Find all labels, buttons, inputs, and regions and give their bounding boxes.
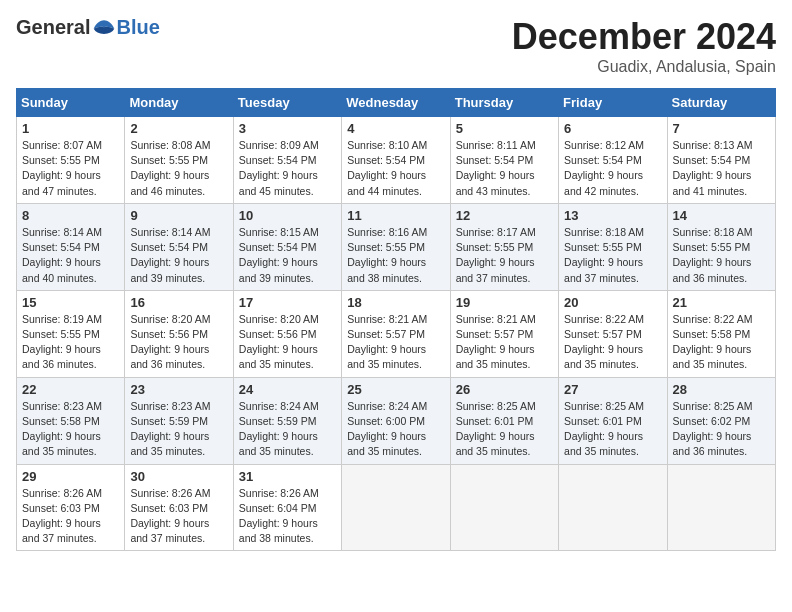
logo-bird-icon <box>92 18 116 38</box>
day-info: Sunrise: 8:17 AMSunset: 5:55 PMDaylight:… <box>456 225 553 286</box>
calendar-cell: 21Sunrise: 8:22 AMSunset: 5:58 PMDayligh… <box>667 290 775 377</box>
day-info: Sunrise: 8:20 AMSunset: 5:56 PMDaylight:… <box>130 312 227 373</box>
calendar-cell: 24Sunrise: 8:24 AMSunset: 5:59 PMDayligh… <box>233 377 341 464</box>
calendar-cell: 23Sunrise: 8:23 AMSunset: 5:59 PMDayligh… <box>125 377 233 464</box>
day-number: 14 <box>673 208 770 223</box>
day-number: 16 <box>130 295 227 310</box>
day-number: 18 <box>347 295 444 310</box>
calendar-cell: 22Sunrise: 8:23 AMSunset: 5:58 PMDayligh… <box>17 377 125 464</box>
day-info: Sunrise: 8:23 AMSunset: 5:58 PMDaylight:… <box>22 399 119 460</box>
day-number: 23 <box>130 382 227 397</box>
calendar-cell: 7Sunrise: 8:13 AMSunset: 5:54 PMDaylight… <box>667 117 775 204</box>
logo-blue-text: Blue <box>116 16 159 39</box>
day-number: 15 <box>22 295 119 310</box>
day-info: Sunrise: 8:16 AMSunset: 5:55 PMDaylight:… <box>347 225 444 286</box>
logo: General Blue <box>16 16 160 39</box>
day-info: Sunrise: 8:10 AMSunset: 5:54 PMDaylight:… <box>347 138 444 199</box>
calendar-cell: 30Sunrise: 8:26 AMSunset: 6:03 PMDayligh… <box>125 464 233 551</box>
calendar-week-row: 1Sunrise: 8:07 AMSunset: 5:55 PMDaylight… <box>17 117 776 204</box>
day-info: Sunrise: 8:13 AMSunset: 5:54 PMDaylight:… <box>673 138 770 199</box>
day-number: 28 <box>673 382 770 397</box>
calendar-cell: 10Sunrise: 8:15 AMSunset: 5:54 PMDayligh… <box>233 203 341 290</box>
calendar-cell: 28Sunrise: 8:25 AMSunset: 6:02 PMDayligh… <box>667 377 775 464</box>
calendar-col-sunday: Sunday <box>17 89 125 117</box>
calendar-cell <box>667 464 775 551</box>
day-info: Sunrise: 8:22 AMSunset: 5:57 PMDaylight:… <box>564 312 661 373</box>
day-info: Sunrise: 8:21 AMSunset: 5:57 PMDaylight:… <box>347 312 444 373</box>
day-number: 13 <box>564 208 661 223</box>
calendar-cell: 8Sunrise: 8:14 AMSunset: 5:54 PMDaylight… <box>17 203 125 290</box>
day-info: Sunrise: 8:24 AMSunset: 5:59 PMDaylight:… <box>239 399 336 460</box>
calendar-cell: 19Sunrise: 8:21 AMSunset: 5:57 PMDayligh… <box>450 290 558 377</box>
day-info: Sunrise: 8:25 AMSunset: 6:01 PMDaylight:… <box>564 399 661 460</box>
calendar-cell: 27Sunrise: 8:25 AMSunset: 6:01 PMDayligh… <box>559 377 667 464</box>
day-number: 30 <box>130 469 227 484</box>
calendar-cell: 5Sunrise: 8:11 AMSunset: 5:54 PMDaylight… <box>450 117 558 204</box>
calendar-col-saturday: Saturday <box>667 89 775 117</box>
calendar-cell: 1Sunrise: 8:07 AMSunset: 5:55 PMDaylight… <box>17 117 125 204</box>
calendar-cell: 2Sunrise: 8:08 AMSunset: 5:55 PMDaylight… <box>125 117 233 204</box>
day-number: 31 <box>239 469 336 484</box>
day-info: Sunrise: 8:21 AMSunset: 5:57 PMDaylight:… <box>456 312 553 373</box>
day-number: 8 <box>22 208 119 223</box>
day-info: Sunrise: 8:09 AMSunset: 5:54 PMDaylight:… <box>239 138 336 199</box>
calendar-cell: 18Sunrise: 8:21 AMSunset: 5:57 PMDayligh… <box>342 290 450 377</box>
day-number: 1 <box>22 121 119 136</box>
day-info: Sunrise: 8:19 AMSunset: 5:55 PMDaylight:… <box>22 312 119 373</box>
calendar-cell: 9Sunrise: 8:14 AMSunset: 5:54 PMDaylight… <box>125 203 233 290</box>
calendar-cell: 6Sunrise: 8:12 AMSunset: 5:54 PMDaylight… <box>559 117 667 204</box>
day-info: Sunrise: 8:18 AMSunset: 5:55 PMDaylight:… <box>564 225 661 286</box>
calendar-cell: 3Sunrise: 8:09 AMSunset: 5:54 PMDaylight… <box>233 117 341 204</box>
calendar-table: SundayMondayTuesdayWednesdayThursdayFrid… <box>16 88 776 551</box>
day-number: 3 <box>239 121 336 136</box>
calendar-cell: 11Sunrise: 8:16 AMSunset: 5:55 PMDayligh… <box>342 203 450 290</box>
day-info: Sunrise: 8:24 AMSunset: 6:00 PMDaylight:… <box>347 399 444 460</box>
day-number: 24 <box>239 382 336 397</box>
calendar-cell: 16Sunrise: 8:20 AMSunset: 5:56 PMDayligh… <box>125 290 233 377</box>
day-number: 12 <box>456 208 553 223</box>
calendar-week-row: 22Sunrise: 8:23 AMSunset: 5:58 PMDayligh… <box>17 377 776 464</box>
calendar-cell: 15Sunrise: 8:19 AMSunset: 5:55 PMDayligh… <box>17 290 125 377</box>
day-info: Sunrise: 8:18 AMSunset: 5:55 PMDaylight:… <box>673 225 770 286</box>
calendar-col-thursday: Thursday <box>450 89 558 117</box>
location-text: Guadix, Andalusia, Spain <box>512 58 776 76</box>
day-info: Sunrise: 8:25 AMSunset: 6:01 PMDaylight:… <box>456 399 553 460</box>
calendar-cell: 26Sunrise: 8:25 AMSunset: 6:01 PMDayligh… <box>450 377 558 464</box>
page-header: General Blue December 2024 Guadix, Andal… <box>16 16 776 76</box>
day-number: 21 <box>673 295 770 310</box>
day-info: Sunrise: 8:26 AMSunset: 6:03 PMDaylight:… <box>22 486 119 547</box>
logo-general-text: General <box>16 16 90 39</box>
calendar-cell: 13Sunrise: 8:18 AMSunset: 5:55 PMDayligh… <box>559 203 667 290</box>
day-number: 20 <box>564 295 661 310</box>
day-info: Sunrise: 8:25 AMSunset: 6:02 PMDaylight:… <box>673 399 770 460</box>
day-number: 26 <box>456 382 553 397</box>
day-info: Sunrise: 8:14 AMSunset: 5:54 PMDaylight:… <box>22 225 119 286</box>
calendar-cell: 29Sunrise: 8:26 AMSunset: 6:03 PMDayligh… <box>17 464 125 551</box>
day-number: 11 <box>347 208 444 223</box>
title-block: December 2024 Guadix, Andalusia, Spain <box>512 16 776 76</box>
day-info: Sunrise: 8:15 AMSunset: 5:54 PMDaylight:… <box>239 225 336 286</box>
day-info: Sunrise: 8:26 AMSunset: 6:03 PMDaylight:… <box>130 486 227 547</box>
day-number: 9 <box>130 208 227 223</box>
day-info: Sunrise: 8:14 AMSunset: 5:54 PMDaylight:… <box>130 225 227 286</box>
calendar-cell <box>559 464 667 551</box>
day-number: 22 <box>22 382 119 397</box>
calendar-header-row: SundayMondayTuesdayWednesdayThursdayFrid… <box>17 89 776 117</box>
calendar-cell <box>450 464 558 551</box>
calendar-week-row: 8Sunrise: 8:14 AMSunset: 5:54 PMDaylight… <box>17 203 776 290</box>
day-info: Sunrise: 8:22 AMSunset: 5:58 PMDaylight:… <box>673 312 770 373</box>
calendar-cell: 17Sunrise: 8:20 AMSunset: 5:56 PMDayligh… <box>233 290 341 377</box>
calendar-col-wednesday: Wednesday <box>342 89 450 117</box>
day-number: 27 <box>564 382 661 397</box>
calendar-col-friday: Friday <box>559 89 667 117</box>
calendar-cell: 12Sunrise: 8:17 AMSunset: 5:55 PMDayligh… <box>450 203 558 290</box>
calendar-week-row: 15Sunrise: 8:19 AMSunset: 5:55 PMDayligh… <box>17 290 776 377</box>
calendar-cell <box>342 464 450 551</box>
day-number: 4 <box>347 121 444 136</box>
day-info: Sunrise: 8:12 AMSunset: 5:54 PMDaylight:… <box>564 138 661 199</box>
calendar-col-tuesday: Tuesday <box>233 89 341 117</box>
day-number: 17 <box>239 295 336 310</box>
calendar-body: 1Sunrise: 8:07 AMSunset: 5:55 PMDaylight… <box>17 117 776 551</box>
month-title: December 2024 <box>512 16 776 58</box>
calendar-week-row: 29Sunrise: 8:26 AMSunset: 6:03 PMDayligh… <box>17 464 776 551</box>
